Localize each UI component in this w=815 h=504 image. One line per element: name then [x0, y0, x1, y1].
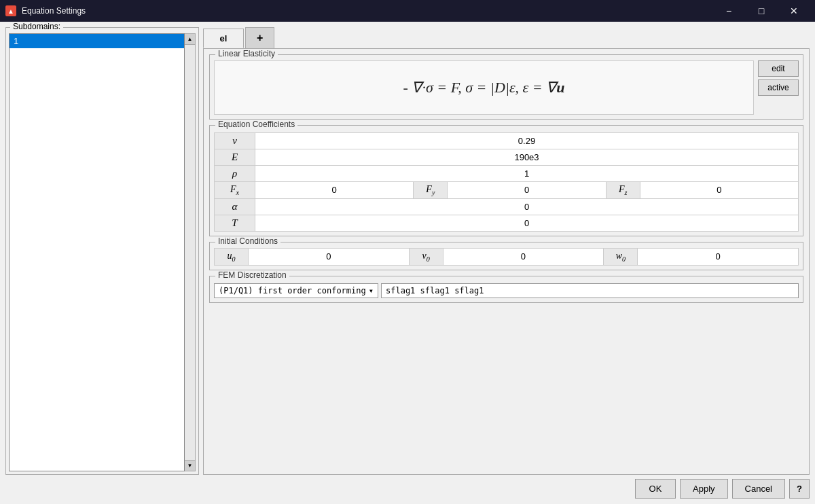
- close-button[interactable]: ✕: [778, 0, 810, 22]
- subdomains-label: Subdomains:: [10, 22, 63, 31]
- linear-elasticity-inner: - ∇·σ = F, σ = |D|ε, ε = ∇u edit active: [214, 60, 799, 115]
- subdomains-listbox: 1: [9, 33, 185, 471]
- nu-value[interactable]: 0.29: [255, 133, 799, 149]
- title-bar: ▲ Equation Settings − □ ✕: [0, 0, 815, 22]
- fem-text-value[interactable]: sflag1 sflag1 sflag1: [381, 283, 799, 298]
- fem-discretization-group: FEM Discretization (P1/Q1) first order c…: [209, 276, 803, 303]
- equation-coefficients-group: Equation Coefficients ν 0.29 E 190e3 ρ 1: [209, 125, 803, 236]
- scroll-down-arrow[interactable]: ▼: [185, 460, 195, 471]
- subdomains-panel: Subdomains: 1 ▲ ▼: [5, 27, 199, 475]
- bottom-buttons: OK Apply Cancel ?: [5, 475, 810, 499]
- table-row: E 190e3: [215, 149, 799, 166]
- tabs-container: el +: [203, 27, 810, 48]
- equation-coefficients-title: Equation Coefficients: [215, 120, 297, 129]
- window-controls: − □ ✕: [713, 0, 810, 22]
- table-row: u0 0 v0 0 w0 0: [215, 248, 799, 265]
- E-value[interactable]: 190e3: [255, 149, 799, 166]
- Fy-label: Fy: [414, 182, 448, 199]
- Fx-value[interactable]: 0: [255, 182, 414, 199]
- E-label: E: [215, 149, 255, 166]
- T-value[interactable]: 0: [255, 215, 799, 231]
- rho-value[interactable]: 1: [255, 166, 799, 182]
- edit-button[interactable]: edit: [758, 60, 799, 77]
- window-title: Equation Settings: [22, 6, 713, 16]
- table-row: T 0: [215, 215, 799, 231]
- v0-value[interactable]: 0: [443, 248, 604, 265]
- scroll-up-arrow[interactable]: ▲: [185, 34, 195, 45]
- Fz-label: Fz: [606, 182, 640, 199]
- nu-label: ν: [215, 133, 255, 149]
- initial-conditions-group: Initial Conditions u0 0 v0 0 w0 0: [209, 242, 803, 270]
- u0-label: u0: [215, 248, 249, 265]
- initial-conditions-table: u0 0 v0 0 w0 0: [214, 248, 799, 266]
- table-row: ρ 1: [215, 166, 799, 182]
- Fz-value[interactable]: 0: [640, 182, 798, 199]
- help-button[interactable]: ?: [789, 479, 810, 499]
- fem-row: (P1/Q1) first order conforming ▾ sflag1 …: [214, 283, 799, 298]
- table-row: α 0: [215, 198, 799, 215]
- apply-button[interactable]: Apply: [680, 479, 728, 499]
- w0-value[interactable]: 0: [638, 248, 799, 265]
- linear-elasticity-title: Linear Elasticity: [215, 49, 278, 58]
- tab-el[interactable]: el: [203, 29, 244, 48]
- right-panel: el + Linear Elasticity - ∇·σ = F, σ = |D…: [203, 27, 810, 475]
- scroll-track: [185, 45, 195, 460]
- cancel-button[interactable]: Cancel: [732, 479, 785, 499]
- equation-display: - ∇·σ = F, σ = |D|ε, ε = ∇u: [214, 60, 754, 115]
- dropdown-icon: ▾: [369, 286, 374, 295]
- u0-value[interactable]: 0: [249, 248, 410, 265]
- active-button[interactable]: active: [758, 79, 799, 96]
- window-body: Subdomains: 1 ▲ ▼ el +: [0, 22, 815, 504]
- tab-add[interactable]: +: [245, 27, 274, 48]
- Fx-label: Fx: [215, 182, 255, 199]
- coefficients-table: ν 0.29 E 190e3 ρ 1 Fx 0: [214, 132, 799, 232]
- fem-select-value: (P1/Q1) first order conforming: [219, 286, 366, 295]
- subdomain-item[interactable]: 1: [10, 34, 184, 48]
- linear-elasticity-group: Linear Elasticity - ∇·σ = F, σ = |D|ε, ε…: [209, 54, 803, 120]
- Fy-value[interactable]: 0: [448, 182, 606, 199]
- ok-button[interactable]: OK: [635, 479, 676, 499]
- fem-select[interactable]: (P1/Q1) first order conforming ▾: [214, 283, 378, 298]
- rho-label: ρ: [215, 166, 255, 182]
- maximize-button[interactable]: □: [746, 0, 777, 22]
- fem-discretization-title: FEM Discretization: [215, 270, 289, 280]
- subdomain-scrollbar: ▲ ▼: [185, 33, 196, 471]
- w0-label: w0: [604, 248, 638, 265]
- table-row: Fx 0 Fy 0 Fz 0: [215, 182, 799, 199]
- content-area: Subdomains: 1 ▲ ▼ el +: [5, 27, 810, 475]
- initial-conditions-title: Initial Conditions: [215, 236, 280, 246]
- T-label: T: [215, 215, 255, 231]
- equation-text: - ∇·σ = F, σ = |D|ε, ε = ∇u: [403, 79, 565, 96]
- minimize-button[interactable]: −: [713, 0, 744, 22]
- app-icon: ▲: [5, 5, 16, 16]
- alpha-label: α: [215, 198, 255, 215]
- alpha-value[interactable]: 0: [255, 198, 799, 215]
- table-row: ν 0.29: [215, 133, 799, 149]
- v0-label: v0: [409, 248, 443, 265]
- edit-active-buttons: edit active: [758, 60, 799, 115]
- tab-content: Linear Elasticity - ∇·σ = F, σ = |D|ε, ε…: [203, 48, 810, 475]
